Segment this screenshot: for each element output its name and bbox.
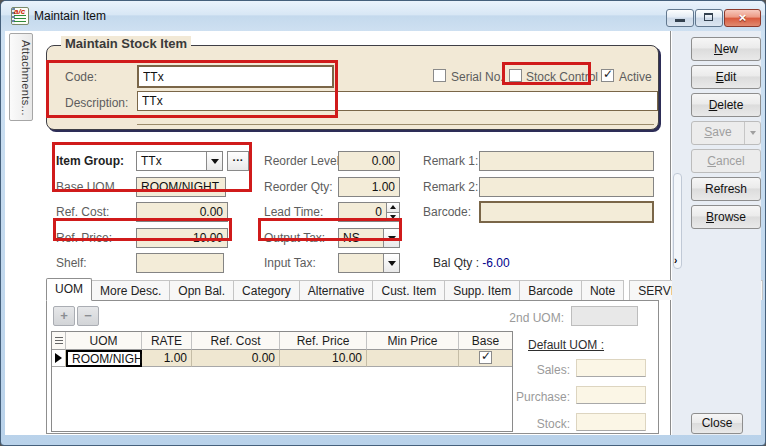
new-button-text: ew <box>723 42 738 56</box>
base-checkbox[interactable] <box>479 351 492 364</box>
browse-button-mnemonic: B <box>706 210 714 224</box>
maintain-item-window: a/c Maintain Item × Attachments... Maint… <box>0 0 766 446</box>
tab-barcode[interactable]: Barcode <box>520 280 582 300</box>
refresh-button[interactable]: Refresh <box>691 177 761 201</box>
input-tax-value <box>339 254 383 272</box>
bal-qty-value: -6.00 <box>482 256 509 270</box>
code-input[interactable] <box>137 65 334 88</box>
minimize-icon <box>675 19 685 22</box>
close-button[interactable]: Close <box>691 413 743 434</box>
grid-cell-rate[interactable]: 1.00 <box>142 350 192 367</box>
barcode-input[interactable] <box>479 201 654 223</box>
tab-opn-bal[interactable]: Opn Bal. <box>170 280 234 300</box>
reorder-level-input[interactable] <box>338 151 400 171</box>
grid-header-uom[interactable]: UOM <box>66 332 142 350</box>
app-icon: a/c <box>11 7 29 25</box>
serial-no-checkbox[interactable] <box>433 69 446 82</box>
delete-button[interactable]: Delete <box>691 93 761 117</box>
tab-note[interactable]: Note <box>582 280 624 300</box>
add-uom-button[interactable]: + <box>53 306 75 326</box>
output-tax-value: NS <box>339 229 383 247</box>
remove-uom-button[interactable]: − <box>77 306 99 326</box>
maximize-icon <box>704 13 713 21</box>
grid-header-min-price[interactable]: Min Price <box>367 332 459 350</box>
item-group-value: TTx <box>137 152 206 170</box>
grid-header-ref-cost[interactable]: Ref. Cost <box>192 332 280 350</box>
grid-cell-min-price[interactable] <box>367 350 459 367</box>
grid-cell-ref-cost[interactable]: 0.00 <box>192 350 280 367</box>
app-icon-lines <box>14 21 26 22</box>
base-uom-input[interactable] <box>136 177 226 197</box>
tab-category[interactable]: Category <box>234 280 300 300</box>
lead-time-input[interactable] <box>338 202 387 222</box>
tab-alternative[interactable]: Alternative <box>300 280 374 300</box>
stock-uom-label: Stock: <box>492 417 570 431</box>
close-icon: × <box>725 10 760 26</box>
tab-strip: UOM More Desc. Opn Bal. Category Alterna… <box>46 278 659 301</box>
spinner-down-button[interactable] <box>386 213 400 223</box>
shelf-label: Shelf: <box>56 256 87 270</box>
window-content: Attachments... Maintain Stock Item Code:… <box>5 31 761 435</box>
grid-cell-ref-price[interactable]: 10.00 <box>280 350 367 367</box>
bal-qty-label: Bal Qty : <box>433 256 479 270</box>
output-tax-combo[interactable]: NS <box>338 228 400 248</box>
current-row-icon <box>55 353 62 363</box>
arrow-down-icon <box>390 215 396 219</box>
spinner-up-button[interactable] <box>386 202 400 213</box>
minimize-button[interactable] <box>666 9 694 27</box>
lead-time-spinner[interactable] <box>386 202 400 222</box>
attachments-tab[interactable]: Attachments... <box>9 33 33 121</box>
lead-time-label: Lead Time: <box>264 205 323 219</box>
close-button-text: Close <box>702 416 733 430</box>
second-uom-label: 2nd UOM: <box>484 311 564 325</box>
close-window-button[interactable]: × <box>724 9 761 27</box>
description-input[interactable] <box>137 91 658 111</box>
grid-row-selector[interactable] <box>52 350 66 367</box>
window-title: Maintain Item <box>34 9 106 23</box>
title-bar: a/c Maintain Item × <box>1 1 765 31</box>
serial-no-label: Serial No. <box>451 70 504 84</box>
grid-header-rate[interactable]: RATE <box>142 332 192 350</box>
edit-button[interactable]: Edit <box>691 65 761 89</box>
grid-header-ref-price[interactable]: Ref. Price <box>280 332 367 350</box>
purchase-uom-input <box>576 386 646 404</box>
remark2-label: Remark 2: <box>423 180 478 194</box>
remark2-input[interactable] <box>479 177 654 197</box>
tab-more-desc[interactable]: More Desc. <box>92 280 170 300</box>
tab-uom[interactable]: UOM <box>46 278 92 301</box>
stock-control-checkbox[interactable] <box>509 69 522 82</box>
input-tax-label: Input Tax: <box>264 256 316 270</box>
sales-uom-label: Sales: <box>492 363 570 377</box>
grid-header-base[interactable]: Base <box>459 332 512 350</box>
active-label: Active <box>619 70 652 84</box>
tab-cust-item[interactable]: Cust. Item <box>373 280 445 300</box>
maximize-button[interactable] <box>695 9 723 27</box>
ref-cost-input[interactable] <box>136 202 228 222</box>
shelf-input[interactable] <box>136 253 224 273</box>
chevron-down-icon <box>211 159 219 164</box>
ref-price-label: Ref. Price: <box>56 231 112 245</box>
input-tax-combo[interactable] <box>338 253 400 273</box>
item-group-browse-button[interactable]: ··· <box>227 151 249 171</box>
stock-control-label: Stock Control <box>526 70 598 84</box>
ref-price-input[interactable] <box>136 228 228 248</box>
chevron-right-icon: › <box>674 256 681 266</box>
panel-splitter[interactable]: › <box>673 173 682 269</box>
main-form-panel: Maintain Stock Item Code: Serial No. Sto… <box>37 31 671 435</box>
output-tax-dropdown-button[interactable] <box>383 229 399 247</box>
input-tax-dropdown-button[interactable] <box>383 254 399 272</box>
active-checkbox[interactable] <box>601 69 614 82</box>
uom-grid: UOM RATE Ref. Cost Ref. Price Min Price … <box>51 331 513 432</box>
remark1-input[interactable] <box>479 151 654 171</box>
ref-cost-label: Ref. Cost: <box>56 205 109 219</box>
reorder-qty-input[interactable] <box>338 177 400 197</box>
item-group-dropdown-button[interactable] <box>206 152 222 170</box>
chevron-down-icon <box>388 236 396 241</box>
item-group-combo[interactable]: TTx <box>136 151 223 171</box>
new-button[interactable]: New <box>691 37 761 61</box>
browse-button[interactable]: Browse <box>691 205 761 229</box>
tab-supp-item[interactable]: Supp. Item <box>445 280 520 300</box>
cancel-button-text: ancel <box>716 154 745 168</box>
grid-cell-uom[interactable]: ROOM/NIGHT <box>66 350 142 367</box>
cancel-button-mnemonic: C <box>707 154 716 168</box>
